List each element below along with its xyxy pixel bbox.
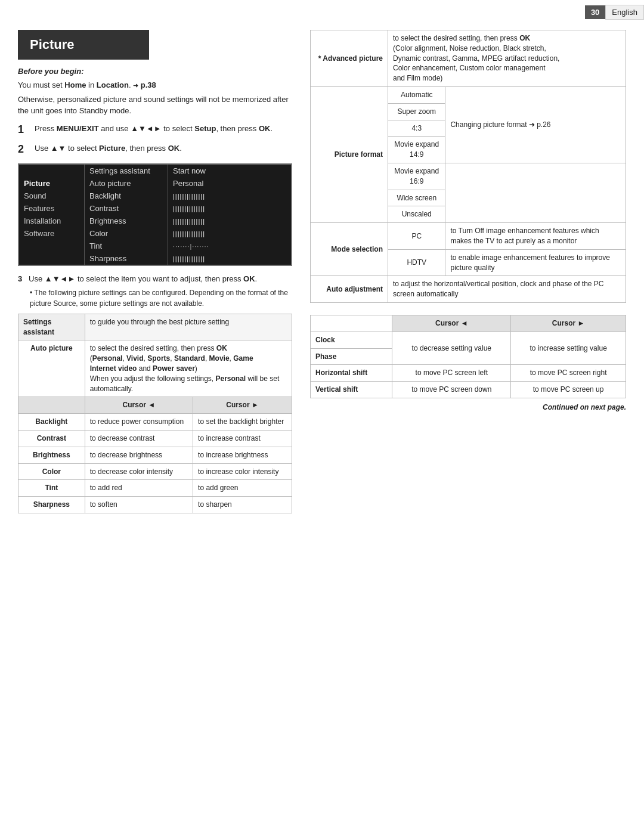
- menu-item-features: Features: [24, 204, 54, 213]
- advanced-picture-label: * Advanced picture: [311, 30, 388, 87]
- mode-hdtv-desc: to enable image enhancement features to …: [445, 249, 626, 276]
- menu-item-sound: Sound: [24, 191, 47, 200]
- contrast-row: Contrast to decrease contrast to increas…: [18, 430, 292, 447]
- left-column: Picture Before you begin: You must set H…: [18, 30, 292, 513]
- instruction-2: Otherwise, personalized picture and soun…: [18, 94, 292, 117]
- menu-row-features: Features Contrast ||||||||||||||: [19, 202, 291, 215]
- step-3-bullet: • The following picture settings can be …: [30, 287, 292, 309]
- mode-pc-label: PC: [388, 223, 445, 250]
- backlight-label: Backlight: [18, 414, 85, 431]
- mode-selection-label: Mode selection: [311, 223, 388, 276]
- page-title: Picture: [18, 30, 149, 60]
- auto-picture-desc: to select the desired setting, then pres…: [85, 340, 292, 397]
- cursor-table: Cursor ◄ Cursor ► Clock to decrease sett…: [310, 315, 626, 398]
- cursor-left-header: Cursor ◄: [85, 397, 193, 414]
- menu-row-picture: Picture Auto picture Personal: [19, 177, 291, 190]
- horizontal-shift-left: to move PC screen left: [392, 365, 511, 382]
- step-2-num: 2: [18, 143, 30, 156]
- menu-col2-header: Settings assistant: [85, 165, 168, 177]
- cursor-right-header: Cursor ►: [193, 397, 292, 414]
- backlight-row: Backlight to reduce power consumption to…: [18, 414, 292, 431]
- option-unscaled: Unscaled: [388, 206, 445, 223]
- clock-phase-left: to decrease setting value: [392, 332, 511, 365]
- cursor-table-header: Cursor ◄ Cursor ►: [311, 315, 626, 332]
- horizontal-shift-label: Horizontal shift: [311, 365, 392, 382]
- vertical-shift-right: to move PC screen up: [511, 382, 626, 398]
- option-automatic: Automatic: [388, 86, 445, 103]
- color-right: to increase color intensity: [193, 463, 292, 480]
- brightness-label: Brightness: [18, 447, 85, 463]
- sharpness-row: Sharpness to soften to sharpen: [18, 497, 292, 513]
- auto-picture-label: Auto picture: [18, 340, 85, 397]
- backlight-left: to reduce power consumption: [85, 414, 193, 431]
- vertical-shift-left: to move PC screen down: [392, 382, 511, 398]
- cursor-left-col-header: Cursor ◄: [392, 315, 511, 332]
- auto-picture-row: Auto picture to select the desired setti…: [18, 340, 292, 397]
- cursor-empty-header: [311, 315, 392, 332]
- contrast-left: to decrease contrast: [85, 430, 193, 447]
- cursor-right-col-header: Cursor ►: [511, 315, 626, 332]
- page-number: 30: [585, 5, 605, 19]
- step-2-text: Use ▲▼ to select Picture, then press OK.: [35, 143, 182, 154]
- color-label: Color: [18, 463, 85, 480]
- settings-assistant-row: Settings assistant to guide you through …: [18, 314, 292, 340]
- before-begin-label: Before you begin:: [18, 67, 292, 76]
- mode-selection-pc-row: Mode selection PC to Turn Off image enha…: [311, 223, 626, 250]
- menu-row-sound: Sound Backlight ||||||||||||||: [19, 190, 291, 202]
- settings-table: Settings assistant to guide you through …: [18, 314, 292, 513]
- mode-hdtv-label: HDTV: [388, 249, 445, 276]
- contrast-right: to increase contrast: [193, 430, 292, 447]
- sharpness-left: to soften: [85, 497, 193, 513]
- color-row: Color to decrease color intensity to inc…: [18, 463, 292, 480]
- right-main-table: * Advanced picture to select the desired…: [310, 30, 626, 303]
- contrast-label: Contrast: [18, 430, 85, 447]
- menu-row-sharpness: Sharpness ||||||||||||||: [19, 252, 291, 265]
- option-43: 4:3: [388, 120, 445, 137]
- color-left: to decrease color intensity: [85, 463, 193, 480]
- option-superzoom: Super zoom: [388, 103, 445, 120]
- brightness-left: to decrease brightness: [85, 447, 193, 463]
- backlight-right: to set the backlight brighter: [193, 414, 292, 431]
- menu-item-installation: Installation: [24, 216, 61, 225]
- tint-right: to add green: [193, 480, 292, 497]
- empty-header: [18, 397, 85, 414]
- menu-header-row: Settings assistant Start now: [19, 165, 291, 177]
- brightness-row: Brightness to decrease brightness to inc…: [18, 447, 292, 463]
- menu-row-software: Software Color ||||||||||||||: [19, 227, 291, 240]
- clock-phase-right: to increase setting value: [511, 332, 626, 365]
- horizontal-shift-right: to move PC screen right: [511, 365, 626, 382]
- option-movie169: Movie expand 16:9: [388, 163, 445, 190]
- option-movie149: Movie expand 14:9: [388, 137, 445, 163]
- page-language: English: [605, 5, 644, 20]
- mode-pc-desc: to Turn Off image enhancement features w…: [445, 223, 626, 250]
- step-3: 3 Use ▲▼◄► to select the item you want t…: [18, 273, 292, 285]
- menu-screenshot: Settings assistant Start now Picture Aut…: [18, 163, 292, 266]
- brightness-right: to increase brightness: [193, 447, 292, 463]
- auto-adjustment-row: Auto adjustment to adjust the horizontal…: [311, 276, 626, 303]
- menu-item-software: Software: [24, 229, 54, 238]
- horizontal-shift-row: Horizontal shift to move PC screen left …: [311, 365, 626, 382]
- phase-label: Phase: [311, 348, 392, 365]
- auto-adjustment-label: Auto adjustment: [311, 276, 388, 303]
- step-1-num: 1: [18, 123, 30, 137]
- settings-assistant-desc: to guide you through the best picture se…: [85, 314, 292, 340]
- tint-row: Tint to add red to add green: [18, 480, 292, 497]
- picture-format-label: Picture format: [311, 86, 388, 222]
- advanced-picture-row: * Advanced picture to select the desired…: [311, 30, 626, 87]
- picture-format-note: Changing picture format ➜ p.26: [445, 86, 626, 163]
- page-indicator: 30 English: [585, 5, 644, 20]
- menu-row-installation: Installation Brightness ||||||||||||||: [19, 215, 291, 227]
- advanced-picture-desc: to select the desired setting, then pres…: [388, 30, 626, 87]
- sharpness-right: to sharpen: [193, 497, 292, 513]
- tint-label: Tint: [18, 480, 85, 497]
- vertical-shift-row: Vertical shift to move PC screen down to…: [311, 382, 626, 398]
- right-column: * Advanced picture to select the desired…: [310, 30, 626, 513]
- tint-left: to add red: [85, 480, 193, 497]
- vertical-shift-label: Vertical shift: [311, 382, 392, 398]
- settings-assistant-label: Settings assistant: [18, 314, 85, 340]
- menu-col3-header: Start now: [168, 165, 291, 177]
- picture-format-automatic-row: Picture format Automatic Changing pictur…: [311, 86, 626, 103]
- step-2: 2 Use ▲▼ to select Picture, then press O…: [18, 143, 292, 156]
- sharpness-label: Sharpness: [18, 497, 85, 513]
- option-widescreen: Wide screen: [388, 190, 445, 206]
